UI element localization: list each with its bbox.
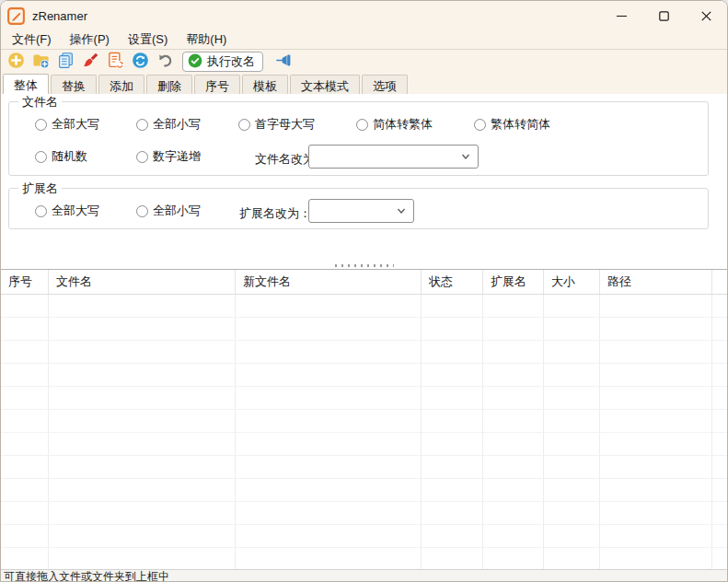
status-bar: 可直接拖入文件或文件夹到上框中: [1, 569, 727, 582]
splitter[interactable]: [1, 262, 727, 269]
tab-delete[interactable]: 删除: [146, 75, 192, 94]
extension-groupbox: 扩展名 全部大写 全部小写 扩展名改为：: [8, 188, 709, 229]
column-header-filename[interactable]: 文件名: [49, 270, 236, 294]
tab-add[interactable]: 添加: [98, 75, 144, 94]
pin-icon: [276, 52, 294, 73]
radio-circle-icon: [136, 119, 148, 131]
radio-circle-icon: [356, 119, 368, 131]
preview-rename-icon: [107, 52, 124, 73]
table-row: [1, 295, 727, 318]
radio-circle-icon: [238, 119, 250, 131]
minimize-button[interactable]: [600, 1, 642, 30]
radio-filename-lowercase[interactable]: 全部小写: [136, 116, 201, 133]
menu-help[interactable]: 帮助(H): [177, 29, 236, 50]
refresh-icon: [132, 52, 149, 73]
menu-bar: 文件(F) 操作(P) 设置(S) 帮助(H): [1, 30, 727, 50]
preview-rename-button[interactable]: [104, 51, 126, 73]
table-row: [1, 525, 727, 548]
table-body[interactable]: [1, 295, 727, 569]
table-row: [1, 433, 727, 456]
radio-extension-uppercase[interactable]: 全部大写: [35, 203, 99, 219]
radio-filename-capitalize[interactable]: 首字母大写: [238, 116, 315, 133]
tab-options[interactable]: 选项: [362, 75, 408, 94]
table-row: [1, 410, 727, 433]
refresh-button[interactable]: [129, 51, 151, 73]
maximize-button[interactable]: [642, 1, 685, 30]
file-table: 序号 文件名 新文件名 状态 扩展名 大小 路径: [1, 269, 727, 569]
radio-circle-icon: [136, 205, 148, 217]
tab-whole[interactable]: 整体: [3, 74, 49, 94]
add-file-icon: [7, 52, 25, 73]
radio-circle-icon: [35, 151, 47, 163]
extension-group-title: 扩展名: [18, 180, 62, 197]
pin-on-top-button[interactable]: [273, 51, 295, 73]
table-row: [1, 456, 727, 479]
file-list-icon: [57, 52, 75, 73]
chevron-down-icon: [461, 152, 470, 161]
radio-circle-icon: [136, 151, 148, 163]
radio-circle-icon: [35, 119, 47, 131]
column-header-path[interactable]: 路径: [600, 270, 712, 294]
radio-number-increment[interactable]: 数字递增: [136, 148, 201, 165]
table-row: [1, 387, 727, 410]
column-header-status[interactable]: 状态: [422, 270, 483, 294]
app-window: zRenamer 文件(F) 操作(P) 设置(S) 帮助(H): [0, 0, 728, 582]
tab-text-mode[interactable]: 文本模式: [290, 75, 360, 94]
column-header-filler: [712, 270, 727, 294]
add-folder-button[interactable]: [29, 51, 52, 73]
file-list-button[interactable]: [54, 51, 76, 73]
tool-bar: 执行改名: [1, 50, 727, 74]
tab-replace[interactable]: 替换: [51, 75, 97, 94]
table-row: [1, 364, 727, 387]
radio-simplified-to-traditional[interactable]: 简体转繁体: [356, 116, 433, 133]
tab-panel-whole: 文件名 全部大写 全部小写 首字母大写 简体转繁体 繁体转简体: [1, 94, 727, 262]
tab-template[interactable]: 模板: [242, 75, 288, 94]
column-header-extension[interactable]: 扩展名: [483, 270, 544, 294]
tab-strip: 整体 替换 添加 删除 序号 模板 文本模式 选项: [1, 74, 727, 94]
column-header-index[interactable]: 序号: [1, 270, 49, 294]
extension-change-label: 扩展名改为：: [239, 205, 311, 222]
table-row: [1, 318, 727, 341]
tab-number[interactable]: 序号: [194, 75, 240, 94]
splitter-grip-icon: [335, 264, 394, 267]
window-title: zRenamer: [32, 9, 87, 23]
radio-filename-uppercase[interactable]: 全部大写: [35, 116, 99, 133]
clear-list-button[interactable]: [79, 51, 101, 73]
undo-button[interactable]: [154, 51, 176, 73]
column-header-newname[interactable]: 新文件名: [236, 270, 422, 294]
menu-settings[interactable]: 设置(S): [119, 29, 177, 50]
status-text: 可直接拖入文件或文件夹到上框中: [4, 571, 169, 582]
filename-group-title: 文件名: [18, 94, 62, 111]
clear-brush-icon: [82, 52, 99, 73]
table-header: 序号 文件名 新文件名 状态 扩展名 大小 路径: [1, 270, 727, 295]
extension-change-combobox[interactable]: [308, 199, 414, 223]
title-bar[interactable]: zRenamer: [1, 1, 727, 30]
radio-traditional-to-simplified[interactable]: 繁体转简体: [474, 116, 550, 133]
radio-circle-icon: [474, 119, 486, 131]
table-row: [1, 341, 727, 364]
table-row: [1, 479, 727, 502]
execute-rename-button[interactable]: 执行改名: [182, 52, 263, 72]
table-row: [1, 502, 727, 525]
app-icon: [7, 7, 25, 25]
table-row: [1, 548, 727, 569]
menu-operation[interactable]: 操作(P): [61, 29, 119, 50]
close-button[interactable]: [685, 1, 727, 30]
radio-circle-icon: [35, 205, 47, 217]
execute-check-icon: [188, 53, 202, 71]
chevron-down-icon: [397, 206, 406, 215]
add-folder-icon: [32, 52, 50, 73]
add-file-button[interactable]: [5, 51, 27, 73]
execute-rename-label: 执行改名: [207, 53, 255, 70]
filename-groupbox: 文件名 全部大写 全部小写 首字母大写 简体转繁体 繁体转简体: [8, 101, 709, 176]
radio-extension-lowercase[interactable]: 全部小写: [136, 203, 201, 219]
undo-icon: [156, 52, 174, 73]
column-header-size[interactable]: 大小: [544, 270, 600, 294]
filename-change-combobox[interactable]: [308, 145, 479, 169]
menu-file[interactable]: 文件(F): [3, 29, 61, 50]
radio-random-number[interactable]: 随机数: [35, 148, 87, 165]
